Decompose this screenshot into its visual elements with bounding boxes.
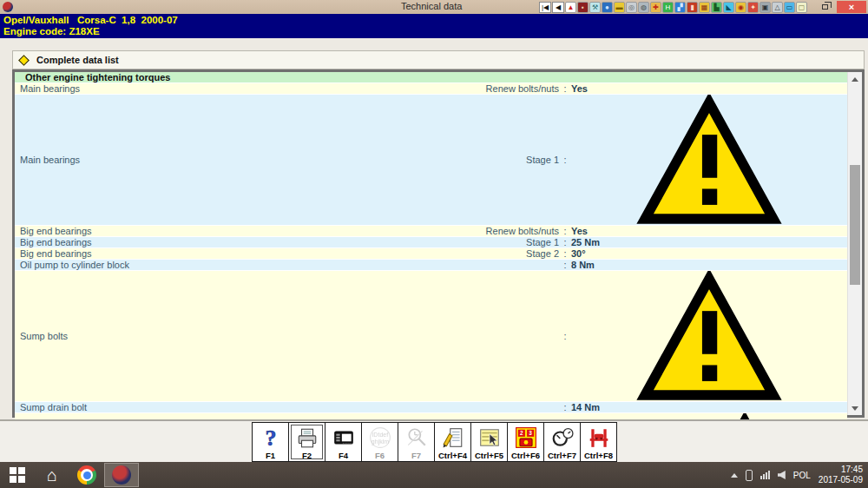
table-row[interactable]: Main bearings Renew bolts/nuts : Yes xyxy=(15,83,847,95)
ctrl-f6-button[interactable]: Ctrl+F6 xyxy=(507,422,544,462)
taskbar-app-button[interactable] xyxy=(104,463,139,487)
device-icon xyxy=(332,426,355,449)
row-sub-label: Stage 1 xyxy=(446,155,559,165)
row-colon: : xyxy=(559,248,571,259)
row-label: Oil pump to cylinder block xyxy=(20,260,446,270)
car-blue-icon[interactable]: ▭ xyxy=(784,2,795,13)
dtc-icon xyxy=(515,426,537,449)
window-title: Technical data xyxy=(401,1,462,11)
warning-triangle-icon xyxy=(579,95,839,225)
device-icon[interactable] xyxy=(746,470,753,481)
row-value: 25 Nm xyxy=(571,237,600,247)
row-colon: : xyxy=(559,83,571,94)
nav-first-button[interactable]: |◀ xyxy=(539,2,551,13)
row-sub-label: Renew bolts/nuts xyxy=(446,226,559,236)
docedit-icon xyxy=(442,426,464,449)
scroll-up-button[interactable] xyxy=(848,72,862,86)
torque-table-body: Other engine tightening torques Main bea… xyxy=(15,72,847,415)
row-label: Big end bearings xyxy=(20,226,446,236)
row-value: Yes xyxy=(571,226,588,236)
motorcycle-icon[interactable]: ◉ xyxy=(735,2,746,13)
scrollbar-thumb[interactable] xyxy=(850,165,860,285)
warning-triangle-icon xyxy=(579,271,839,401)
torque-table: Other engine tightening torques Main bea… xyxy=(12,69,865,418)
restore-window-button[interactable] xyxy=(813,1,836,13)
row-value: 8 Nm xyxy=(571,260,595,270)
f6-button[interactable]: F6 xyxy=(361,422,398,462)
table-row[interactable]: Oil pump to cylinder block : 8 Nm xyxy=(15,260,847,271)
row-sub-label: Stage 2 xyxy=(446,248,559,259)
category-icon-strip: ▲▪⚒●▬◎◍✚Η▞▮▦▙◣◉✦▣△▭▢ xyxy=(565,2,807,13)
row-label: Big end bearings xyxy=(20,237,446,247)
monitor-icon[interactable]: ▪ xyxy=(577,2,589,13)
table-row[interactable]: Big end bearings Stage 2 : 30° xyxy=(15,248,847,260)
seat-icon[interactable]: ▙ xyxy=(711,2,722,13)
ctrl-f7-button[interactable]: Ctrl+F7 xyxy=(543,422,581,462)
row-colon: : xyxy=(559,331,571,341)
language-indicator[interactable]: POL xyxy=(793,471,811,480)
scroll-down-button[interactable] xyxy=(848,401,862,415)
ctrl-f5-button[interactable]: Ctrl+F5 xyxy=(470,422,508,462)
road-sign-icon[interactable]: △ xyxy=(772,2,783,13)
warning-icon[interactable]: ▲ xyxy=(565,2,576,13)
row-value-cell: Yes xyxy=(571,83,847,94)
fkey-label: F1 xyxy=(266,450,275,461)
complete-data-list-bar[interactable]: Complete data list xyxy=(12,50,865,69)
fkey-label: F4 xyxy=(339,450,348,461)
app-logo-icon xyxy=(3,2,13,12)
start-button[interactable] xyxy=(0,462,35,488)
fkey-label: F6 xyxy=(375,450,385,461)
f1-button[interactable]: F1 xyxy=(252,422,289,462)
panel-icon[interactable]: ▢ xyxy=(796,2,807,13)
section-header[interactable]: Other engine tightening torques xyxy=(15,72,847,83)
table-row[interactable]: Sump bolts : xyxy=(15,271,847,402)
vertical-scrollbar[interactable] xyxy=(847,72,862,415)
table-row[interactable]: Main bearings Stage 1 : xyxy=(15,95,847,226)
row-label: Main bearings xyxy=(20,83,446,94)
row-value-cell: 25 Nm xyxy=(571,237,847,247)
taskbar-chrome-button[interactable] xyxy=(69,463,104,487)
ignition-icon[interactable]: ✦ xyxy=(747,2,759,13)
vehicle-title: Opel/Vauxhall Corsa-C 1,8 2000-07 xyxy=(3,15,868,26)
home-icon: ⌂ xyxy=(47,466,57,484)
wheel-icon[interactable]: ◎ xyxy=(626,2,637,13)
lift-icon[interactable]: Η xyxy=(662,2,674,13)
f7-button[interactable]: F7 xyxy=(398,422,435,462)
f2-button[interactable]: F2 xyxy=(288,422,326,462)
table-row[interactable]: Big end bearings Stage 1 : 25 Nm xyxy=(15,237,847,248)
fkey-label: F2 xyxy=(302,450,312,461)
listhand-icon xyxy=(478,426,501,449)
signal-icon[interactable] xyxy=(760,471,770,479)
brake-disc-icon[interactable]: ◍ xyxy=(638,2,649,13)
fuse-box-icon[interactable]: ▦ xyxy=(699,2,710,13)
boat-icon[interactable]: ◣ xyxy=(723,2,734,13)
nav-back-button[interactable]: ◀ xyxy=(552,2,564,13)
engine-icon[interactable]: ● xyxy=(602,2,613,13)
vehicle-header: Opel/Vauxhall Corsa-C 1,8 2000-07 Engine… xyxy=(0,14,868,38)
table-row[interactable]: Sump drain bolt : 14 Nm xyxy=(15,402,847,413)
row-label: Main bearings xyxy=(20,155,446,165)
row-value-cell xyxy=(571,95,847,225)
suspension-icon[interactable]: ⚒ xyxy=(589,2,601,13)
tractor-icon[interactable]: ▞ xyxy=(674,2,686,13)
camera-icon[interactable]: ▣ xyxy=(760,2,771,13)
row-value: Yes xyxy=(571,83,588,94)
close-window-button[interactable]: × xyxy=(837,1,866,13)
spark-plug-icon[interactable]: ▮ xyxy=(687,2,698,13)
home-button[interactable]: ⌂ xyxy=(35,462,69,488)
ctrl-f4-button[interactable]: Ctrl+F4 xyxy=(434,422,471,462)
car-body-icon[interactable]: ▬ xyxy=(614,2,625,13)
keypad-icon xyxy=(369,426,391,449)
ctrl-f8-button[interactable]: Ctrl+F8 xyxy=(580,422,617,462)
tools-icon[interactable]: ✚ xyxy=(650,2,661,13)
f4-button[interactable]: F4 xyxy=(325,422,362,462)
table-row[interactable]: Big end bearings Renew bolts/nuts : Yes xyxy=(15,226,847,237)
diamond-icon xyxy=(18,55,30,66)
engine-code: Engine code: Z18XE xyxy=(3,26,868,37)
tray-expand-icon[interactable] xyxy=(731,473,738,478)
volume-icon[interactable] xyxy=(778,471,786,479)
clock[interactable]: 17:45 2017-05-09 xyxy=(819,465,863,485)
row-colon: : xyxy=(559,402,571,412)
fkey-label: Ctrl+F4 xyxy=(438,450,467,461)
scrollbar-track[interactable] xyxy=(848,86,862,401)
